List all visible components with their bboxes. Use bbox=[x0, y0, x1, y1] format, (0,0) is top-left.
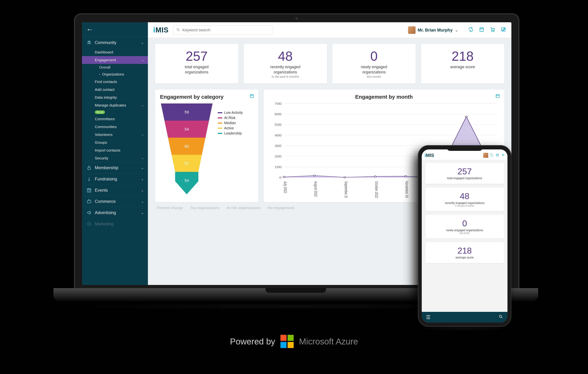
svg-text:0: 0 bbox=[279, 176, 282, 179]
sidebar-section-commerce[interactable]: Commerce ⌄ bbox=[82, 196, 148, 207]
card-newly-engaged: 0 newly engaged organizations this month bbox=[332, 44, 416, 83]
sidebar-item-add-contact[interactable]: Add contact bbox=[82, 86, 148, 94]
svg-point-3 bbox=[89, 179, 90, 181]
sidebar-item-data-integrity[interactable]: Data integrity bbox=[82, 94, 148, 101]
sidebar-item-groups[interactable]: Groups bbox=[82, 139, 148, 146]
chevron-down-icon: ⌄ bbox=[141, 41, 144, 45]
sidebar-section-label: Advertising bbox=[95, 210, 138, 215]
card-recently-engaged: 48 recently engaged organizations in the… bbox=[244, 44, 327, 83]
calendar-icon[interactable] bbox=[250, 94, 254, 99]
phone-device: iMIS 257total engaged organizations 48re… bbox=[418, 145, 511, 327]
sidebar-item-label: Organizations bbox=[102, 72, 124, 76]
user-menu[interactable]: Mr. Brian Murphy ⌄ bbox=[408, 26, 458, 34]
sidebar: ← Community ⌄ Dashboard Engagement bbox=[82, 22, 148, 285]
svg-point-9 bbox=[177, 28, 179, 30]
avatar[interactable] bbox=[483, 153, 488, 158]
card-sublabel: in the past 6 months bbox=[247, 75, 324, 79]
sidebar-item-communities[interactable]: Communities bbox=[82, 123, 148, 131]
tab-reengagement[interactable]: Re-engagement bbox=[267, 206, 294, 210]
brand-name: Microsoft Azure bbox=[299, 337, 358, 346]
sidebar-item-security[interactable]: Security⌄ bbox=[82, 154, 148, 162]
sidebar-item-overall[interactable]: Overall bbox=[82, 64, 148, 71]
search-input[interactable] bbox=[173, 25, 273, 35]
svg-text:600: 600 bbox=[275, 113, 282, 116]
sidebar-section-membership[interactable]: Membership ⌄ bbox=[82, 162, 148, 173]
app-logo[interactable]: iMIS bbox=[425, 153, 434, 158]
card-sublabel: this month bbox=[336, 75, 412, 79]
search-field[interactable] bbox=[182, 28, 270, 32]
app-logo[interactable]: iMIS bbox=[153, 26, 168, 34]
svg-rect-2 bbox=[88, 167, 91, 170]
microsoft-logo-icon bbox=[281, 335, 294, 348]
sidebar-item-volunteers[interactable]: Volunteers⌄ bbox=[82, 131, 148, 139]
thermometer-icon bbox=[86, 176, 92, 182]
sidebar-item-organizations[interactable]: Organizations bbox=[82, 71, 148, 78]
svg-text:November 2022: November 2022 bbox=[405, 181, 409, 198]
svg-text:300: 300 bbox=[275, 144, 282, 147]
back-button[interactable]: ← bbox=[82, 22, 148, 37]
sidebar-section-advertising[interactable]: Advertising ⌄ bbox=[82, 207, 148, 218]
sidebar-item-find-contacts[interactable]: Find contacts bbox=[82, 78, 148, 86]
svg-point-12 bbox=[494, 31, 494, 31]
target-icon bbox=[86, 221, 92, 227]
svg-text:60: 60 bbox=[185, 144, 189, 148]
chevron-down-icon: ⌄ bbox=[141, 156, 144, 160]
phone-screen: iMIS 257total engaged organizations 48re… bbox=[422, 149, 507, 322]
tab-top-organizations[interactable]: Top organizations bbox=[190, 206, 220, 210]
megaphone-icon bbox=[86, 210, 92, 215]
sidebar-section-fundraising[interactable]: Fundraising ⌄ bbox=[82, 173, 148, 185]
card-value: 48 bbox=[427, 191, 502, 201]
cart-icon[interactable] bbox=[501, 153, 505, 157]
sidebar-item-committees[interactable]: Committees bbox=[82, 115, 148, 123]
card-total-engaged: 257total engaged organizations bbox=[425, 163, 504, 184]
plus-badge: PLUS bbox=[95, 110, 105, 114]
sidebar-section-label: Events bbox=[95, 188, 138, 193]
stat-cards: 257 total engaged organizations 48 recen… bbox=[155, 44, 504, 83]
sidebar-item-engagement[interactable]: Engagement ⌄ bbox=[82, 56, 148, 64]
edit-icon[interactable] bbox=[501, 27, 506, 33]
laptop-camera bbox=[295, 17, 298, 20]
calendar-icon: 23 bbox=[86, 187, 92, 193]
sidebar-section-events[interactable]: 23 Events ⌄ bbox=[82, 185, 148, 196]
search-icon bbox=[176, 28, 180, 32]
sidebar-section-label: Marketing bbox=[95, 221, 144, 226]
cart-icon[interactable] bbox=[490, 27, 495, 33]
svg-rect-6 bbox=[87, 200, 91, 203]
refresh-icon[interactable] bbox=[490, 153, 493, 157]
menu-icon[interactable]: ☰ bbox=[426, 314, 430, 320]
phone-cards: 257total engaged organizations 48recentl… bbox=[422, 160, 507, 266]
calendar-icon[interactable] bbox=[496, 153, 499, 157]
svg-rect-53 bbox=[496, 154, 498, 156]
card-value: 48 bbox=[247, 49, 324, 64]
card-label: average score bbox=[427, 256, 502, 259]
card-value: 0 bbox=[427, 218, 502, 228]
tab-percent-change[interactable]: Percent change bbox=[157, 206, 183, 210]
sidebar-section-marketing[interactable]: Marketing bbox=[82, 218, 148, 229]
calendar-icon[interactable] bbox=[495, 94, 500, 99]
sidebar-item-label: Volunteers bbox=[95, 133, 112, 137]
sidebar-item-manage-duplicates[interactable]: Manage duplicates⌄ bbox=[82, 101, 148, 109]
avatar bbox=[408, 26, 416, 34]
tab-at-risk[interactable]: At risk organizations bbox=[227, 206, 260, 210]
card-label: recently engaged organizations bbox=[247, 64, 324, 75]
card-average-score: 218 average score bbox=[421, 44, 504, 83]
svg-text:54: 54 bbox=[185, 127, 189, 131]
powered-label: Powered by bbox=[230, 337, 275, 346]
svg-point-0 bbox=[88, 41, 89, 42]
card-sublabel: this month bbox=[427, 232, 502, 234]
svg-text:700: 700 bbox=[275, 102, 282, 105]
card-value: 218 bbox=[425, 49, 501, 64]
svg-point-54 bbox=[499, 315, 502, 317]
refresh-icon[interactable] bbox=[468, 27, 474, 33]
chevron-down-icon: ⌄ bbox=[141, 166, 144, 170]
chevron-down-icon: ⌄ bbox=[141, 210, 144, 215]
sidebar-item-import-contacts[interactable]: Import contacts bbox=[82, 146, 148, 154]
search-icon[interactable] bbox=[499, 314, 503, 320]
svg-point-1 bbox=[89, 41, 91, 42]
svg-text:23: 23 bbox=[88, 190, 90, 192]
calendar-icon[interactable] bbox=[479, 27, 484, 33]
sidebar-item-dashboard[interactable]: Dashboard bbox=[82, 48, 148, 56]
sidebar-section-community[interactable]: Community ⌄ bbox=[82, 37, 148, 48]
svg-text:200: 200 bbox=[275, 155, 282, 158]
card-recently-engaged: 48recently engaged organizationsin the p… bbox=[425, 188, 504, 211]
